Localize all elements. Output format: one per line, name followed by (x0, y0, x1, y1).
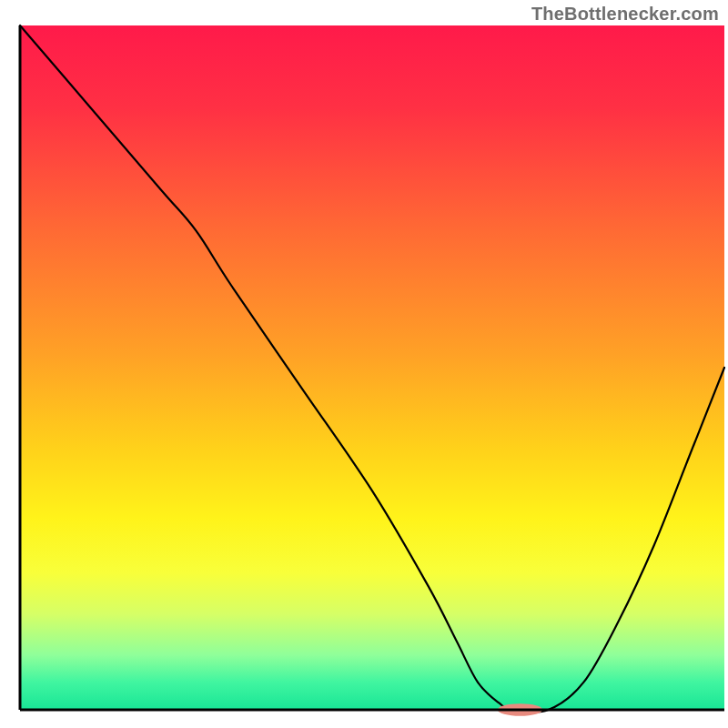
gradient-background (20, 25, 724, 710)
bottleneck-chart: TheBottlenecker.com (0, 0, 728, 728)
plot-svg (0, 0, 728, 728)
